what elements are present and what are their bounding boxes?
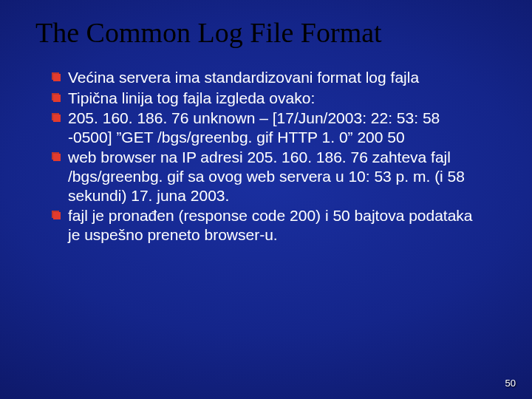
slide-title: The Common Log File Format [0, 0, 532, 55]
page-number: 50 [505, 378, 516, 389]
list-item: fajl je pronađen (response code 200) i 5… [52, 206, 488, 244]
list-item: 205. 160. 186. 76 unknown – [17/Jun/2003… [52, 109, 488, 146]
list-item-text: Tipična linija tog fajla izgleda ovako: [68, 89, 488, 108]
list-item: Tipična linija tog fajla izgleda ovako: [52, 89, 488, 108]
slide: The Common Log File Format Većina server… [0, 0, 532, 399]
list-item-text: 205. 160. 186. 76 unknown – [17/Jun/2003… [68, 109, 488, 146]
list-item-text: fajl je pronađen (response code 200) i 5… [68, 206, 488, 244]
list-item: web browser na IP adresi 205. 160. 186. … [52, 148, 488, 205]
list-item-text: Većina servera ima standardizovani forma… [68, 68, 488, 87]
bullet-icon [52, 93, 61, 102]
list-item-text: web browser na IP adresi 205. 160. 186. … [68, 148, 488, 205]
bullet-icon [52, 113, 61, 122]
bullet-icon [52, 211, 61, 219]
bullet-icon [52, 72, 61, 81]
bullet-icon [52, 152, 61, 161]
list-item: Većina servera ima standardizovani forma… [52, 68, 488, 87]
slide-content: Većina servera ima standardizovani forma… [0, 55, 532, 244]
